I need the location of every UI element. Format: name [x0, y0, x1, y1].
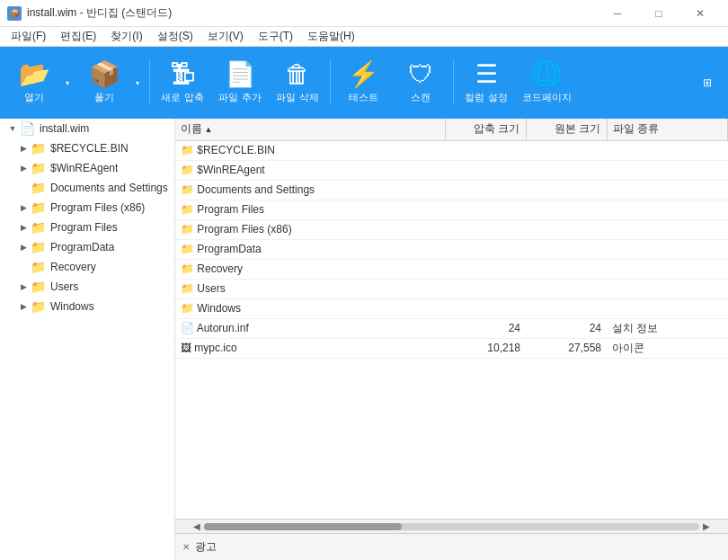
new-archive-button[interactable]: 🗜 새로 압축: [155, 50, 209, 115]
file-name-cell: 📁 Recovery: [175, 259, 445, 279]
file-icon: 📁: [181, 223, 194, 236]
file-type-cell: 설치 정보: [607, 318, 728, 338]
file-type-cell: [607, 298, 728, 318]
table-row[interactable]: 📁 Program Files: [175, 200, 728, 219]
tree-item-windows[interactable]: ▶ 📁 Windows: [0, 297, 174, 316]
table-row[interactable]: 📁 Documents and Settings: [175, 180, 728, 200]
tree-progfilesx86-arrow: ▶: [18, 202, 29, 213]
menu-file[interactable]: 파일(F): [4, 27, 53, 46]
column-settings-button[interactable]: ☰ 컬럼 설정: [459, 50, 513, 115]
tree-docs-label: Documents and Settings: [50, 182, 168, 194]
file-comp-size-cell: [445, 259, 526, 279]
tree-item-recycle[interactable]: ▶ 📁 $RECYCLE.BIN: [0, 138, 174, 158]
tree-item-docs[interactable]: 📁 Documents and Settings: [0, 178, 174, 198]
file-icon: 📁: [181, 183, 194, 196]
tree-item-users[interactable]: ▶ 📁 Users: [0, 277, 174, 297]
delete-file-button[interactable]: 🗑 파일 삭제: [271, 50, 324, 115]
table-row[interactable]: 📁 Recovery: [175, 259, 728, 279]
ad-bar: ✕ 광고: [175, 533, 728, 560]
file-name-cell: 📁 $RECYCLE.BIN: [175, 140, 445, 160]
codepage-button[interactable]: 🌐 코드페이지: [517, 50, 577, 115]
file-orig-size-cell: [526, 160, 607, 180]
menu-find[interactable]: 찾기(I): [103, 27, 149, 46]
scan-icon: 🛡: [408, 62, 433, 87]
horizontal-scrollbar[interactable]: [204, 523, 699, 530]
file-orig-size-cell: [526, 259, 607, 279]
table-row[interactable]: 📁 $WinREAgent: [175, 160, 728, 180]
column-settings-icon: ☰: [475, 62, 498, 87]
file-list-container[interactable]: 이름 압축 크기 원본 크기 파일 종류 📁 $RECYCLE.BIN📁 $Wi…: [175, 119, 728, 519]
tree-item-progfilesx86[interactable]: ▶ 📁 Program Files (x86): [0, 198, 174, 218]
menu-view[interactable]: 보기(V): [200, 27, 251, 46]
tree-recovery-icon: 📁: [31, 260, 46, 274]
menu-help[interactable]: 도움말(H): [300, 27, 362, 46]
scan-button[interactable]: 🛡 스캔: [394, 50, 448, 115]
toolbar-sep-3: [453, 60, 454, 105]
ad-close-button[interactable]: ✕: [182, 542, 190, 552]
tree-progfiles-icon: 📁: [31, 220, 46, 235]
tree-progfilesx86-icon: 📁: [31, 200, 46, 215]
codepage-label: 코드페이지: [522, 91, 572, 104]
file-name-cell: 📁 Windows: [175, 298, 445, 318]
tree-panel: ▼ 📄 install.wim ▶ 📁 $RECYCLE.BIN ▶ 📁 $Wi…: [0, 119, 175, 560]
table-row[interactable]: 📁 Users: [175, 279, 728, 298]
table-row[interactable]: 📁 Program Files (x86): [175, 219, 728, 239]
extract-button[interactable]: 📦 풀기: [77, 50, 131, 115]
table-row[interactable]: 📄 Autorun.inf2424설치 정보: [175, 318, 728, 338]
tree-winre-arrow: ▶: [18, 163, 29, 173]
col-orig-size[interactable]: 원본 크기: [526, 119, 607, 140]
new-archive-icon: 🗜: [170, 62, 195, 87]
add-file-label: 파일 추가: [218, 91, 261, 104]
file-name-cell: 📄 Autorun.inf: [175, 318, 445, 338]
tree-item-progfiles[interactable]: ▶ 📁 Program Files: [0, 218, 174, 237]
minimize-button[interactable]: ─: [597, 0, 638, 27]
test-button[interactable]: ⚡ 테스트: [336, 50, 390, 115]
file-name-cell: 📁 $WinREAgent: [175, 160, 445, 180]
file-comp-size-cell: [445, 160, 526, 180]
open-dropdown[interactable]: ▾: [61, 50, 74, 115]
tree-progfilesx86-label: Program Files (x86): [50, 201, 145, 214]
table-row[interactable]: 🖼 mypc.ico10,21827,558아이콘: [175, 338, 728, 358]
add-file-button[interactable]: 📄 파일 추가: [213, 50, 267, 115]
menu-tools[interactable]: 도구(T): [251, 27, 300, 46]
file-table-header: 이름 압축 크기 원본 크기 파일 종류: [175, 119, 728, 140]
file-name-cell: 📁 Program Files: [175, 200, 445, 219]
test-icon: ⚡: [348, 62, 379, 87]
tree-item-progdata[interactable]: ▶ 📁 ProgramData: [0, 237, 174, 257]
scroll-left-arrow[interactable]: ◀: [190, 520, 204, 534]
tree-users-icon: 📁: [31, 280, 46, 294]
menu-edit[interactable]: 편집(E): [53, 27, 103, 46]
table-row[interactable]: 📁 Windows: [175, 298, 728, 318]
file-comp-size-cell: [445, 200, 526, 219]
table-row[interactable]: 📁 $RECYCLE.BIN: [175, 140, 728, 160]
tree-item-recovery[interactable]: 📁 Recovery: [0, 257, 174, 277]
close-button[interactable]: ✕: [679, 0, 721, 27]
file-icon: 📁: [181, 144, 194, 156]
open-label: 열기: [24, 91, 44, 104]
file-orig-size-cell: [526, 239, 607, 259]
file-orig-size-cell: 24: [526, 318, 607, 338]
tree-root[interactable]: ▼ 📄 install.wim: [0, 119, 174, 138]
file-comp-size-cell: 10,218: [445, 338, 526, 358]
extract-dropdown[interactable]: ▾: [131, 50, 144, 115]
tree-recycle-icon: 📁: [31, 141, 46, 156]
scroll-right-arrow[interactable]: ▶: [699, 520, 714, 534]
menu-settings[interactable]: 설정(S): [150, 27, 200, 46]
tree-winre-icon: 📁: [31, 161, 46, 175]
file-type-cell: [607, 160, 728, 180]
tree-item-winre[interactable]: ▶ 📁 $WinREAgent: [0, 158, 174, 178]
corner-button[interactable]: ⊞: [694, 69, 721, 96]
file-name-cell: 📁 Program Files (x86): [175, 219, 445, 239]
tree-progdata-icon: 📁: [31, 240, 46, 254]
file-orig-size-cell: 27,558: [526, 338, 607, 358]
file-orig-size-cell: [526, 140, 607, 160]
col-name[interactable]: 이름: [175, 119, 445, 140]
col-comp-size[interactable]: 압축 크기: [445, 119, 526, 140]
tree-progfiles-arrow: ▶: [18, 222, 29, 233]
maximize-button[interactable]: □: [638, 0, 679, 27]
file-comp-size-cell: [445, 219, 526, 239]
open-button[interactable]: 📂 열기: [7, 50, 61, 115]
table-row[interactable]: 📁 ProgramData: [175, 239, 728, 259]
col-file-type[interactable]: 파일 종류: [607, 119, 728, 140]
add-file-icon: 📄: [225, 62, 256, 87]
